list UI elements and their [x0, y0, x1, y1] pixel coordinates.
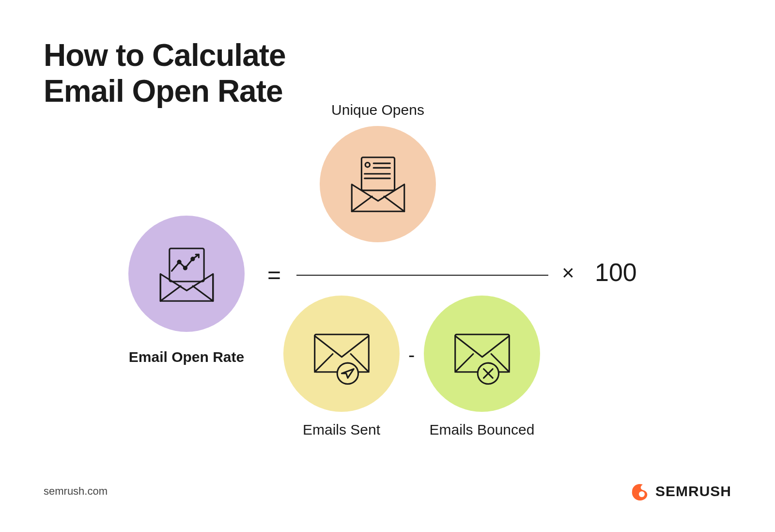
- formula-diagram: Email Open Rate = Unique Opens: [0, 121, 775, 460]
- emails-sent-label: Emails Sent: [274, 422, 409, 438]
- brand-logo: SEMRUSH: [629, 481, 731, 502]
- envelope-open-document-icon: [341, 147, 416, 222]
- envelope-send-icon: [304, 316, 379, 391]
- title-line2: Email Open Rate: [44, 74, 283, 109]
- unique-opens-circle: [320, 126, 436, 242]
- brand-name: SEMRUSH: [655, 483, 731, 500]
- svg-point-1: [177, 260, 180, 263]
- footer: semrush.com SEMRUSH: [44, 481, 731, 502]
- footer-url: semrush.com: [44, 485, 108, 498]
- svg-point-3: [191, 257, 194, 260]
- svg-rect-0: [169, 248, 203, 281]
- equals-sign: =: [267, 262, 281, 288]
- emails-bounced-circle: [424, 296, 540, 412]
- svg-point-5: [365, 162, 370, 167]
- open-rate-label: Email Open Rate: [119, 349, 254, 365]
- times-sign: ×: [562, 261, 574, 285]
- emails-sent-circle: [283, 296, 400, 412]
- envelope-bounce-icon: [445, 316, 520, 391]
- emails-bounced-label: Emails Bounced: [414, 422, 550, 438]
- multiplier-constant: 100: [595, 258, 637, 287]
- unique-opens-label: Unique Opens: [310, 102, 446, 118]
- open-rate-circle: [128, 216, 245, 332]
- svg-point-16: [639, 491, 645, 497]
- envelope-chart-icon: [149, 236, 224, 312]
- svg-point-11: [337, 363, 358, 384]
- title-line1: How to Calculate: [44, 38, 286, 73]
- minus-sign: -: [408, 344, 415, 366]
- svg-point-2: [184, 266, 186, 269]
- page-title: How to Calculate Email Open Rate: [44, 38, 286, 109]
- flame-icon: [629, 481, 651, 502]
- fraction-line: [296, 275, 548, 276]
